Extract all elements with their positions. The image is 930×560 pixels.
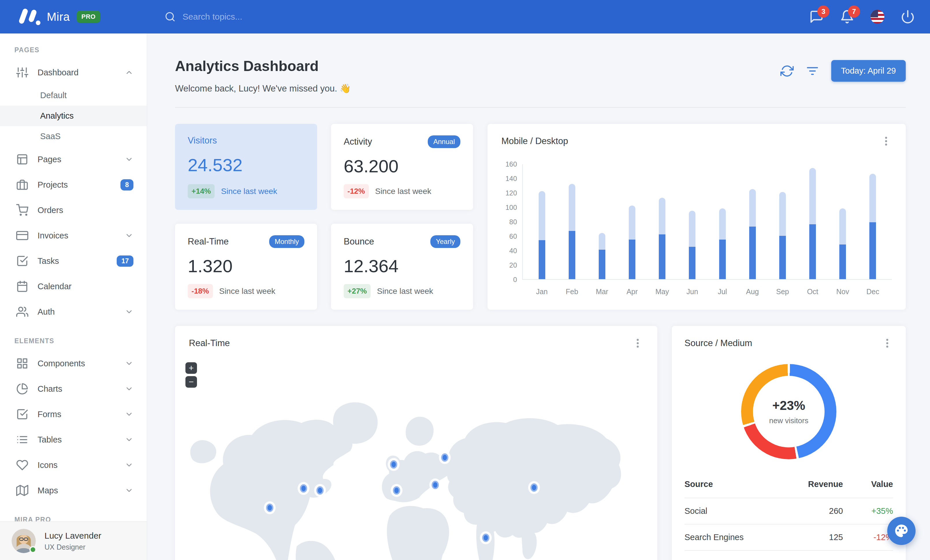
bar-dec: Dec (858, 164, 888, 279)
chevron-down-icon (125, 410, 134, 419)
y-tick-label: 20 (509, 261, 517, 269)
sign-out-button[interactable] (901, 9, 915, 24)
cell-value: +35% (843, 498, 893, 524)
source-medium-title: Source / Medium (685, 338, 752, 348)
sidebar-item-tasks[interactable]: Tasks17 (0, 248, 147, 274)
sidebar-section-label: MIRA PRO (0, 503, 147, 521)
bar-segment-mobile (869, 222, 876, 279)
sidebar-item-invoices[interactable]: Invoices (0, 223, 147, 248)
marker-turkey[interactable] (431, 481, 439, 489)
bar-segment-mobile (659, 235, 665, 279)
map-zoom-in-button[interactable]: + (185, 362, 197, 374)
marker-uk[interactable] (390, 460, 397, 468)
marker-india[interactable] (482, 534, 489, 542)
sidebar-item-charts[interactable]: Charts (0, 376, 147, 402)
map-menu-button[interactable] (632, 338, 644, 349)
sidebar-item-icons[interactable]: Icons (0, 452, 147, 478)
x-axis-label: Sep (776, 287, 789, 296)
sidebar-item-projects[interactable]: Projects8 (0, 172, 147, 198)
marker-russia[interactable] (441, 454, 448, 462)
marker-us-central[interactable] (300, 484, 307, 492)
map-icon (16, 484, 28, 497)
sidebar-item-auth[interactable]: Auth (0, 299, 147, 324)
donut-center: +23% new visitors (753, 376, 825, 447)
mira-logo-icon (18, 8, 41, 26)
notifications-count-badge: 7 (848, 6, 860, 18)
more-vertical-icon (632, 345, 644, 350)
messages-count-badge: 3 (818, 6, 830, 18)
stat-period-badge[interactable]: Yearly (430, 235, 460, 248)
bar-segment-desktop (809, 168, 816, 224)
stat-note: Since last week (219, 287, 276, 296)
bar-stack (659, 198, 665, 279)
messages-button[interactable]: 3 (809, 9, 824, 24)
avatar (12, 529, 36, 553)
bar-segment-mobile (629, 239, 635, 279)
sidebar-user-card[interactable]: Lucy Lavender UX Designer (0, 521, 147, 560)
sidebar-item-maps[interactable]: Maps (0, 478, 147, 503)
chevron-down-icon (125, 486, 134, 495)
chevron-down-icon (125, 155, 134, 164)
sidebar-item-tables[interactable]: Tables (0, 427, 147, 452)
cell-revenue: 164 (781, 551, 843, 560)
bar-stack (749, 189, 756, 279)
sidebar-item-pages[interactable]: Pages (0, 147, 147, 172)
stat-title: Activity (344, 137, 372, 147)
cell-source: Search Engines (685, 524, 781, 551)
table-header-source: Source (685, 474, 781, 498)
notifications-button[interactable]: 7 (840, 9, 855, 24)
bar-segment-desktop (629, 206, 635, 239)
user-role: UX Designer (45, 543, 102, 551)
bar-stack (719, 209, 726, 279)
marker-us-west[interactable] (266, 503, 274, 512)
user-name: Lucy Lavender (45, 531, 102, 541)
y-tick-label: 120 (505, 189, 517, 197)
x-axis-label: Jun (687, 287, 698, 296)
message-square-icon (809, 20, 824, 25)
bar-stack (599, 233, 605, 279)
sidebar-item-dashboard[interactable]: Dashboard (0, 60, 147, 85)
top-row: Visitors24.532+14%Since last weekActivit… (175, 124, 906, 310)
chevron-down-icon (125, 231, 134, 240)
stat-note: Since last week (221, 187, 277, 196)
sidebar-item-label: Auth (37, 307, 125, 317)
sidebar-subitem-saas[interactable]: SaaS (0, 126, 147, 147)
bar-segment-mobile (689, 247, 696, 279)
sidebar-item-calendar[interactable]: Calendar (0, 274, 147, 299)
theme-settings-fab[interactable] (887, 517, 916, 545)
sidebar-item-components[interactable]: Components (0, 351, 147, 376)
bar-aug: Aug (738, 164, 767, 279)
chart-menu-button[interactable] (880, 135, 892, 147)
stat-period-badge[interactable]: Annual (428, 135, 460, 148)
sidebar-item-label: Icons (37, 460, 125, 470)
search-input[interactable] (183, 12, 307, 21)
stat-period-badge[interactable]: Monthly (269, 235, 305, 248)
date-range-button[interactable]: Today: April 29 (831, 60, 906, 82)
table-row: Direct164+46% (685, 551, 893, 560)
chevron-down-icon (125, 461, 134, 469)
sidebar-item-label: Invoices (37, 231, 125, 241)
marker-china[interactable] (530, 483, 537, 492)
stat-delta-chip: +14% (188, 184, 215, 198)
search-icon (165, 11, 176, 22)
sidebar-section-label: ELEMENTS (0, 324, 147, 351)
filter-button[interactable] (806, 64, 819, 78)
x-axis-label: Dec (867, 287, 879, 296)
sidebar-subitem-analytics[interactable]: Analytics (0, 106, 147, 126)
marker-spain[interactable] (393, 486, 400, 494)
source-menu-button[interactable] (881, 338, 893, 349)
sidebar-item-forms[interactable]: Forms (0, 402, 147, 427)
sidebar-subitem-default[interactable]: Default (0, 85, 147, 106)
sliders-icon (16, 66, 28, 78)
donut-center-label: new visitors (769, 416, 808, 425)
language-flag-button[interactable] (870, 10, 884, 24)
map-zoom-out-button[interactable]: − (185, 376, 197, 388)
palette-icon (894, 523, 909, 539)
refresh-button[interactable] (781, 64, 794, 78)
marker-us-east[interactable] (316, 486, 323, 494)
more-vertical-icon (881, 345, 893, 350)
stat-delta-chip: +27% (344, 284, 371, 298)
sidebar-item-orders[interactable]: Orders (0, 198, 147, 223)
bar-segment-desktop (839, 209, 846, 244)
brand[interactable]: Mira PRO (0, 8, 147, 26)
